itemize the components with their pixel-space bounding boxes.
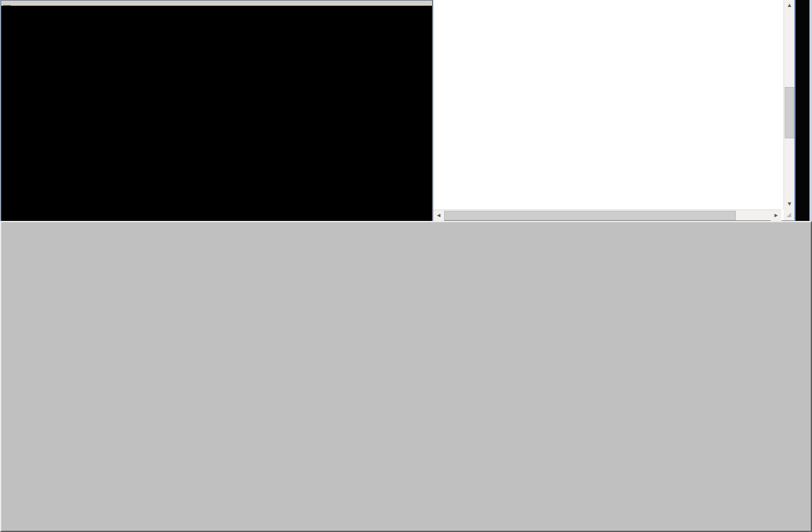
waveform-plot[interactable] <box>1 6 432 222</box>
scroll-left-icon[interactable]: ◄ <box>433 210 444 221</box>
fourier-log-window[interactable]: ▲ ▼ ◄ ► ◢ <box>433 0 794 221</box>
horizontal-scroll-thumb[interactable] <box>444 211 736 220</box>
scroll-down-icon[interactable]: ▼ <box>784 199 795 209</box>
waveform-titlebar[interactable] <box>1 1 432 6</box>
background-plot-window-edge[interactable] <box>794 0 812 222</box>
schematic-canvas[interactable] <box>1 222 811 531</box>
vertical-scroll-thumb[interactable] <box>785 87 794 138</box>
horizontal-scrollbar[interactable]: ◄ ► <box>433 209 782 220</box>
fourier-table-text <box>433 0 794 1</box>
waveform-window[interactable] <box>1 0 433 222</box>
vertical-scrollbar[interactable]: ▲ ▼ <box>783 0 794 209</box>
scroll-right-icon[interactable]: ► <box>771 210 782 221</box>
waveform-window-icon <box>3 1 11 6</box>
resize-grip[interactable]: ◢ <box>783 209 794 220</box>
background-window-frame <box>809 0 812 222</box>
scroll-up-icon[interactable]: ▲ <box>784 0 795 11</box>
schematic-window[interactable] <box>0 221 812 532</box>
